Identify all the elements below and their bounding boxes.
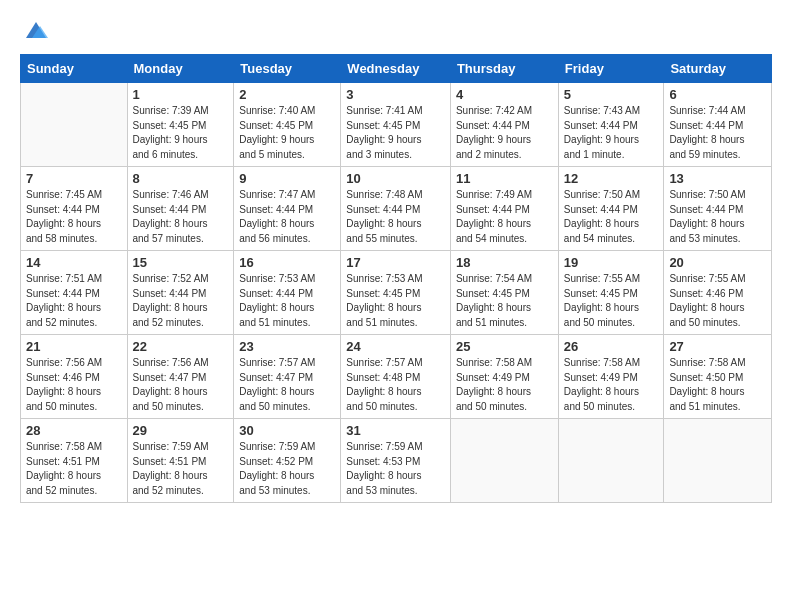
calendar-cell: 24Sunrise: 7:57 AM Sunset: 4:48 PM Dayli…	[341, 335, 451, 419]
day-number: 20	[669, 255, 766, 270]
page: SundayMondayTuesdayWednesdayThursdayFrid…	[0, 0, 792, 612]
day-info: Sunrise: 7:49 AM Sunset: 4:44 PM Dayligh…	[456, 188, 553, 246]
day-info: Sunrise: 7:50 AM Sunset: 4:44 PM Dayligh…	[669, 188, 766, 246]
day-number: 12	[564, 171, 659, 186]
day-number: 28	[26, 423, 122, 438]
day-info: Sunrise: 7:58 AM Sunset: 4:49 PM Dayligh…	[564, 356, 659, 414]
day-info: Sunrise: 7:54 AM Sunset: 4:45 PM Dayligh…	[456, 272, 553, 330]
day-number: 26	[564, 339, 659, 354]
day-info: Sunrise: 7:40 AM Sunset: 4:45 PM Dayligh…	[239, 104, 335, 162]
day-number: 8	[133, 171, 229, 186]
day-number: 10	[346, 171, 445, 186]
calendar-week-row: 1Sunrise: 7:39 AM Sunset: 4:45 PM Daylig…	[21, 83, 772, 167]
calendar-cell: 23Sunrise: 7:57 AM Sunset: 4:47 PM Dayli…	[234, 335, 341, 419]
day-number: 16	[239, 255, 335, 270]
day-info: Sunrise: 7:50 AM Sunset: 4:44 PM Dayligh…	[564, 188, 659, 246]
day-number: 13	[669, 171, 766, 186]
day-number: 21	[26, 339, 122, 354]
calendar-cell: 27Sunrise: 7:58 AM Sunset: 4:50 PM Dayli…	[664, 335, 772, 419]
day-info: Sunrise: 7:53 AM Sunset: 4:45 PM Dayligh…	[346, 272, 445, 330]
logo-icon	[22, 16, 50, 44]
calendar-cell: 8Sunrise: 7:46 AM Sunset: 4:44 PM Daylig…	[127, 167, 234, 251]
day-info: Sunrise: 7:58 AM Sunset: 4:51 PM Dayligh…	[26, 440, 122, 498]
day-info: Sunrise: 7:56 AM Sunset: 4:46 PM Dayligh…	[26, 356, 122, 414]
calendar-cell: 28Sunrise: 7:58 AM Sunset: 4:51 PM Dayli…	[21, 419, 128, 503]
day-info: Sunrise: 7:48 AM Sunset: 4:44 PM Dayligh…	[346, 188, 445, 246]
col-header-saturday: Saturday	[664, 55, 772, 83]
calendar-cell: 17Sunrise: 7:53 AM Sunset: 4:45 PM Dayli…	[341, 251, 451, 335]
day-number: 29	[133, 423, 229, 438]
calendar-cell: 15Sunrise: 7:52 AM Sunset: 4:44 PM Dayli…	[127, 251, 234, 335]
day-number: 25	[456, 339, 553, 354]
day-info: Sunrise: 7:58 AM Sunset: 4:49 PM Dayligh…	[456, 356, 553, 414]
day-number: 9	[239, 171, 335, 186]
col-header-friday: Friday	[558, 55, 664, 83]
calendar-cell: 31Sunrise: 7:59 AM Sunset: 4:53 PM Dayli…	[341, 419, 451, 503]
day-number: 31	[346, 423, 445, 438]
calendar-cell: 12Sunrise: 7:50 AM Sunset: 4:44 PM Dayli…	[558, 167, 664, 251]
calendar-cell: 21Sunrise: 7:56 AM Sunset: 4:46 PM Dayli…	[21, 335, 128, 419]
day-info: Sunrise: 7:43 AM Sunset: 4:44 PM Dayligh…	[564, 104, 659, 162]
day-info: Sunrise: 7:55 AM Sunset: 4:45 PM Dayligh…	[564, 272, 659, 330]
header	[20, 16, 772, 44]
col-header-tuesday: Tuesday	[234, 55, 341, 83]
day-number: 15	[133, 255, 229, 270]
col-header-monday: Monday	[127, 55, 234, 83]
day-info: Sunrise: 7:46 AM Sunset: 4:44 PM Dayligh…	[133, 188, 229, 246]
calendar-week-row: 7Sunrise: 7:45 AM Sunset: 4:44 PM Daylig…	[21, 167, 772, 251]
day-info: Sunrise: 7:58 AM Sunset: 4:50 PM Dayligh…	[669, 356, 766, 414]
calendar-cell: 26Sunrise: 7:58 AM Sunset: 4:49 PM Dayli…	[558, 335, 664, 419]
day-info: Sunrise: 7:59 AM Sunset: 4:51 PM Dayligh…	[133, 440, 229, 498]
logo	[20, 16, 50, 44]
day-number: 14	[26, 255, 122, 270]
day-number: 2	[239, 87, 335, 102]
calendar-cell	[558, 419, 664, 503]
day-info: Sunrise: 7:39 AM Sunset: 4:45 PM Dayligh…	[133, 104, 229, 162]
col-header-thursday: Thursday	[450, 55, 558, 83]
day-info: Sunrise: 7:59 AM Sunset: 4:52 PM Dayligh…	[239, 440, 335, 498]
calendar-cell: 25Sunrise: 7:58 AM Sunset: 4:49 PM Dayli…	[450, 335, 558, 419]
calendar-cell	[664, 419, 772, 503]
calendar-cell: 4Sunrise: 7:42 AM Sunset: 4:44 PM Daylig…	[450, 83, 558, 167]
col-header-sunday: Sunday	[21, 55, 128, 83]
day-number: 18	[456, 255, 553, 270]
day-info: Sunrise: 7:47 AM Sunset: 4:44 PM Dayligh…	[239, 188, 335, 246]
day-info: Sunrise: 7:53 AM Sunset: 4:44 PM Dayligh…	[239, 272, 335, 330]
calendar-cell: 3Sunrise: 7:41 AM Sunset: 4:45 PM Daylig…	[341, 83, 451, 167]
calendar-cell: 19Sunrise: 7:55 AM Sunset: 4:45 PM Dayli…	[558, 251, 664, 335]
day-info: Sunrise: 7:56 AM Sunset: 4:47 PM Dayligh…	[133, 356, 229, 414]
day-info: Sunrise: 7:59 AM Sunset: 4:53 PM Dayligh…	[346, 440, 445, 498]
calendar-header-row: SundayMondayTuesdayWednesdayThursdayFrid…	[21, 55, 772, 83]
calendar-cell: 1Sunrise: 7:39 AM Sunset: 4:45 PM Daylig…	[127, 83, 234, 167]
day-info: Sunrise: 7:57 AM Sunset: 4:48 PM Dayligh…	[346, 356, 445, 414]
day-number: 3	[346, 87, 445, 102]
day-number: 11	[456, 171, 553, 186]
day-info: Sunrise: 7:52 AM Sunset: 4:44 PM Dayligh…	[133, 272, 229, 330]
calendar-cell: 18Sunrise: 7:54 AM Sunset: 4:45 PM Dayli…	[450, 251, 558, 335]
day-info: Sunrise: 7:51 AM Sunset: 4:44 PM Dayligh…	[26, 272, 122, 330]
day-number: 30	[239, 423, 335, 438]
day-number: 1	[133, 87, 229, 102]
calendar-week-row: 14Sunrise: 7:51 AM Sunset: 4:44 PM Dayli…	[21, 251, 772, 335]
day-number: 23	[239, 339, 335, 354]
calendar-cell: 6Sunrise: 7:44 AM Sunset: 4:44 PM Daylig…	[664, 83, 772, 167]
calendar-cell: 20Sunrise: 7:55 AM Sunset: 4:46 PM Dayli…	[664, 251, 772, 335]
calendar-table: SundayMondayTuesdayWednesdayThursdayFrid…	[20, 54, 772, 503]
calendar-cell: 7Sunrise: 7:45 AM Sunset: 4:44 PM Daylig…	[21, 167, 128, 251]
calendar-cell: 11Sunrise: 7:49 AM Sunset: 4:44 PM Dayli…	[450, 167, 558, 251]
day-number: 6	[669, 87, 766, 102]
day-number: 4	[456, 87, 553, 102]
calendar-cell: 9Sunrise: 7:47 AM Sunset: 4:44 PM Daylig…	[234, 167, 341, 251]
day-info: Sunrise: 7:41 AM Sunset: 4:45 PM Dayligh…	[346, 104, 445, 162]
calendar-week-row: 28Sunrise: 7:58 AM Sunset: 4:51 PM Dayli…	[21, 419, 772, 503]
calendar-cell: 13Sunrise: 7:50 AM Sunset: 4:44 PM Dayli…	[664, 167, 772, 251]
calendar-week-row: 21Sunrise: 7:56 AM Sunset: 4:46 PM Dayli…	[21, 335, 772, 419]
calendar-cell: 5Sunrise: 7:43 AM Sunset: 4:44 PM Daylig…	[558, 83, 664, 167]
day-info: Sunrise: 7:44 AM Sunset: 4:44 PM Dayligh…	[669, 104, 766, 162]
day-number: 24	[346, 339, 445, 354]
calendar-cell: 10Sunrise: 7:48 AM Sunset: 4:44 PM Dayli…	[341, 167, 451, 251]
day-info: Sunrise: 7:55 AM Sunset: 4:46 PM Dayligh…	[669, 272, 766, 330]
day-number: 22	[133, 339, 229, 354]
day-number: 17	[346, 255, 445, 270]
day-info: Sunrise: 7:42 AM Sunset: 4:44 PM Dayligh…	[456, 104, 553, 162]
